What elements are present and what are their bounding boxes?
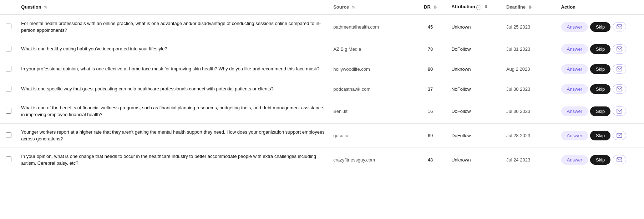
row-deadline-6: Jul 24 2023 [502,148,557,172]
row-question-2: In your professional opinion, what is on… [17,59,329,79]
row-dr-0: 45 [414,15,447,39]
row-action-6: Answer Skip [557,148,644,172]
row-checkbox-cell [0,123,17,148]
action-buttons-1: Answer Skip [561,44,640,54]
action-buttons-2: Answer Skip [561,64,640,74]
row-source-1: AZ Big Media [329,39,413,59]
answer-button-5[interactable]: Answer [561,131,588,140]
row-checkbox-1[interactable] [6,46,11,51]
deadline-header[interactable]: Deadline ⇅ [502,0,557,15]
attribution-sort-icon[interactable]: ⇅ [484,5,487,9]
row-checkbox-cell [0,148,17,172]
question-header[interactable]: Question ⇅ [17,0,329,15]
questions-table: Question ⇅ Source ⇅ DR ⇅ Attribution i ⇅ [0,0,644,172]
answer-button-6[interactable]: Answer [561,155,588,165]
row-action-5: Answer Skip [557,123,644,148]
action-buttons-4: Answer Skip [561,106,640,116]
table-header-row: Question ⇅ Source ⇅ DR ⇅ Attribution i ⇅ [0,0,644,15]
answer-button-2[interactable]: Answer [561,64,588,74]
row-deadline-1: Jul 31 2023 [502,39,557,59]
skip-button-3[interactable]: Skip [590,84,610,94]
source-sort-icon[interactable]: ⇅ [352,5,355,10]
row-deadline-3: Jul 30 2023 [502,79,557,99]
row-source-2: hollywoodlife.com [329,59,413,79]
email-button-4[interactable] [613,106,626,116]
row-question-0: For mental health professionals with an … [17,15,329,39]
skip-button-0[interactable]: Skip [590,22,610,32]
dr-header[interactable]: DR ⇅ [414,0,447,15]
action-buttons-0: Answer Skip [561,22,640,32]
action-buttons-3: Answer Skip [561,84,640,94]
row-dr-3: 37 [414,79,447,99]
row-checkbox-5[interactable] [6,132,11,138]
dr-sort-icon[interactable]: ⇅ [433,5,437,10]
attribution-header[interactable]: Attribution i ⇅ [447,0,502,15]
skip-button-2[interactable]: Skip [590,64,610,74]
row-attribution-6: Unknown [447,148,502,172]
row-checkbox-0[interactable] [6,24,11,29]
email-button-2[interactable] [613,64,626,74]
skip-button-4[interactable]: Skip [590,106,610,116]
row-attribution-5: DoFollow [447,123,502,148]
checkbox-header [0,0,17,15]
email-button-0[interactable] [613,22,626,31]
table-row: What is one specific way that guest podc… [0,79,644,99]
row-attribution-1: DoFollow [447,39,502,59]
row-checkbox-6[interactable] [6,156,11,162]
row-dr-2: 80 [414,59,447,79]
row-checkbox-2[interactable] [6,66,11,71]
row-checkbox-cell [0,59,17,79]
source-header[interactable]: Source ⇅ [329,0,413,15]
email-button-5[interactable] [613,131,626,140]
skip-button-1[interactable]: Skip [590,44,610,54]
svg-rect-1 [617,47,622,51]
answer-button-1[interactable]: Answer [561,44,588,54]
table-row: In your opinion, what is one change that… [0,148,644,172]
row-checkbox-4[interactable] [6,108,11,114]
table-row: What is one healthy eating habit you've … [0,39,644,59]
deadline-sort-icon[interactable]: ⇅ [528,5,532,10]
row-question-6: In your opinion, what is one change that… [17,148,329,172]
row-dr-6: 48 [414,148,447,172]
row-attribution-3: NoFollow [447,79,502,99]
row-deadline-4: Jul 30 2023 [502,99,557,123]
row-source-5: goco.io [329,123,413,148]
questions-table-container: Question ⇅ Source ⇅ DR ⇅ Attribution i ⇅ [0,0,644,172]
attribution-info-icon[interactable]: i [476,5,481,10]
row-checkbox-cell [0,99,17,123]
table-body: For mental health professionals with an … [0,15,644,172]
email-button-6[interactable] [613,155,626,164]
row-attribution-0: Unknown [447,15,502,39]
row-checkbox-cell [0,15,17,39]
table-row: For mental health professionals with an … [0,15,644,39]
svg-rect-2 [617,67,622,71]
answer-button-3[interactable]: Answer [561,84,588,94]
row-checkbox-cell [0,39,17,59]
row-question-1: What is one healthy eating habit you've … [17,39,329,59]
row-action-4: Answer Skip [557,99,644,123]
svg-rect-4 [617,109,622,113]
row-dr-4: 16 [414,99,447,123]
table-row: What is one of the benefits of financial… [0,99,644,123]
svg-rect-6 [617,158,622,162]
row-attribution-2: Unknown [447,59,502,79]
action-header: Action [557,0,644,15]
email-button-1[interactable] [613,44,626,54]
row-source-3: podcasthawk.com [329,79,413,99]
table-row: Younger workers report at a higher rate … [0,123,644,148]
svg-rect-3 [617,87,622,91]
skip-button-6[interactable]: Skip [590,155,610,165]
skip-button-5[interactable]: Skip [590,131,610,140]
row-checkbox-3[interactable] [6,86,11,91]
email-button-3[interactable] [613,84,626,94]
question-sort-icon[interactable]: ⇅ [44,4,47,10]
row-source-6: crazyfitnessguy.com [329,148,413,172]
row-deadline-5: Jul 28 2023 [502,123,557,148]
answer-button-4[interactable]: Answer [561,106,588,116]
answer-button-0[interactable]: Answer [561,22,588,32]
row-action-2: Answer Skip [557,59,644,79]
action-buttons-6: Answer Skip [561,155,640,165]
row-action-3: Answer Skip [557,79,644,99]
table-row: In your professional opinion, what is on… [0,59,644,79]
row-attribution-4: DoFollow [447,99,502,123]
